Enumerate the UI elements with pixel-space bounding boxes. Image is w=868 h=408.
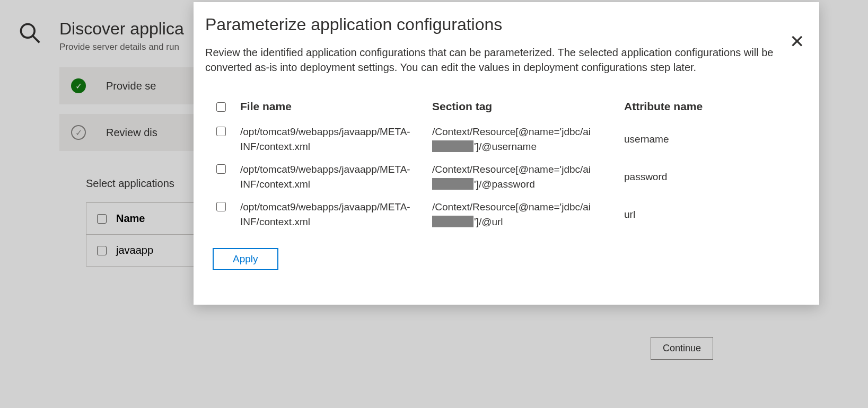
apply-button[interactable]: Apply xyxy=(213,248,278,270)
section-cell: /Context/Resource[@name='jdbc/ai']/@pass… xyxy=(432,162,618,191)
section-cell: /Context/Resource[@name='jdbc/ai']/@user… xyxy=(432,125,618,154)
config-row: /opt/tomcat9/webapps/javaapp/META-INF/co… xyxy=(205,196,808,233)
config-row: /opt/tomcat9/webapps/javaapp/META-INF/co… xyxy=(205,158,808,196)
config-checkbox[interactable] xyxy=(216,202,226,211)
attr-cell: url xyxy=(624,207,773,222)
redacted-block xyxy=(432,216,474,227)
config-checkbox[interactable] xyxy=(216,127,226,136)
attr-cell: username xyxy=(624,132,773,147)
col-section: Section tag xyxy=(432,100,618,113)
config-row: /opt/tomcat9/webapps/javaapp/META-INF/co… xyxy=(205,120,808,158)
file-cell: /opt/tomcat9/webapps/javaapp/META-INF/co… xyxy=(240,200,426,229)
close-button[interactable]: ✕ xyxy=(785,30,809,53)
config-header: File name Section tag Attribute name xyxy=(205,96,808,117)
modal-description: Review the identified application config… xyxy=(205,45,808,75)
select-all-configs-checkbox[interactable] xyxy=(216,102,226,112)
file-cell: /opt/tomcat9/webapps/javaapp/META-INF/co… xyxy=(240,162,426,191)
redacted-block xyxy=(432,178,474,190)
col-file: File name xyxy=(240,100,426,113)
section-cell: /Context/Resource[@name='jdbc/ai']/@url xyxy=(432,200,618,229)
file-cell: /opt/tomcat9/webapps/javaapp/META-INF/co… xyxy=(240,125,426,154)
redacted-block xyxy=(432,140,474,152)
config-checkbox[interactable] xyxy=(216,164,226,174)
parameterize-modal: Parameterize application configurations … xyxy=(194,2,819,305)
col-attr: Attribute name xyxy=(624,100,773,113)
close-icon: ✕ xyxy=(790,31,804,52)
attr-cell: password xyxy=(624,170,773,184)
config-table: File name Section tag Attribute name /op… xyxy=(205,96,808,233)
modal-title: Parameterize application configurations xyxy=(205,15,808,34)
